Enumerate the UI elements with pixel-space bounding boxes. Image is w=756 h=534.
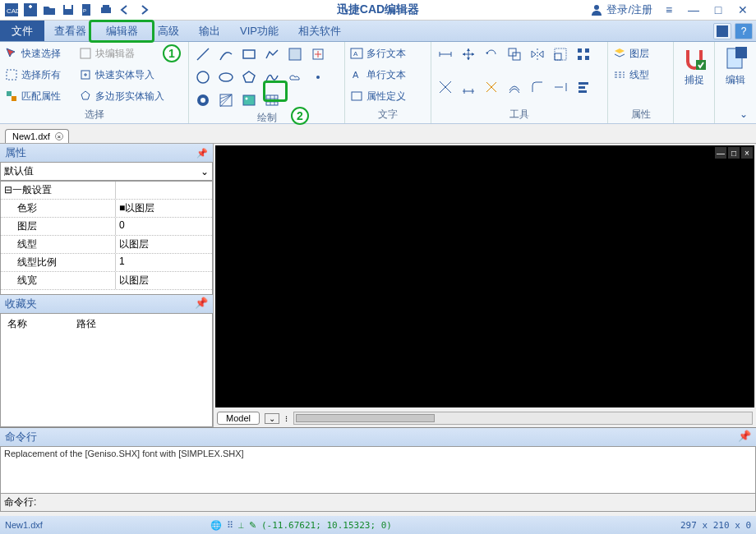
quick-select[interactable]: 快速选择 xyxy=(5,45,79,62)
scale-icon[interactable] xyxy=(551,45,569,63)
layer-btn[interactable]: 图层 xyxy=(613,45,649,62)
line-icon[interactable] xyxy=(194,45,212,63)
insert-icon[interactable] xyxy=(309,45,327,63)
match-props[interactable]: 匹配属性 xyxy=(5,88,79,104)
polygon-icon[interactable] xyxy=(240,68,258,86)
snap-toggle-icon[interactable]: ✎ xyxy=(249,520,256,531)
prop-key: 色彩 xyxy=(1,200,116,217)
circle-icon[interactable] xyxy=(194,68,212,86)
pin-icon[interactable]: 📌 xyxy=(195,297,208,311)
tab-close-icon[interactable]: × xyxy=(55,132,63,140)
canvas-max-icon[interactable]: □ xyxy=(728,147,740,159)
default-value-dropdown[interactable]: 默认值⌄ xyxy=(0,162,213,181)
text[interactable]: A单行文本 xyxy=(350,67,406,83)
quick-entity-import[interactable]: 快速实体导入 xyxy=(79,67,164,83)
save-icon[interactable] xyxy=(60,2,76,18)
region-icon[interactable] xyxy=(286,45,304,63)
tab-vip[interactable]: VIP功能 xyxy=(230,21,288,41)
hatch-icon[interactable] xyxy=(217,91,235,109)
undo-icon[interactable] xyxy=(117,2,133,18)
model-tab[interactable]: Model xyxy=(217,412,260,425)
prop-val[interactable]: 以图层 xyxy=(116,236,212,253)
move-icon[interactable] xyxy=(459,45,477,63)
prop-group[interactable]: ⊟一般设置 xyxy=(1,182,116,199)
dim-icon[interactable] xyxy=(436,45,454,63)
extend-icon[interactable] xyxy=(551,78,569,96)
offset-icon[interactable] xyxy=(505,78,523,96)
cmdline-header: 命令行📌 xyxy=(0,428,756,446)
trim-icon[interactable] xyxy=(436,78,454,96)
tab-editor[interactable]: 编辑器 xyxy=(96,21,148,41)
spline-icon[interactable] xyxy=(263,68,281,86)
cmd-input[interactable] xyxy=(41,497,752,509)
ortho-toggle-icon[interactable]: ⟂ xyxy=(238,520,244,530)
table-icon[interactable] xyxy=(263,91,281,109)
dim2-icon[interactable] xyxy=(459,78,477,96)
menu-file[interactable]: 文件 xyxy=(0,21,44,41)
point-icon[interactable] xyxy=(309,68,327,86)
mirror-icon[interactable] xyxy=(528,45,546,63)
copy-icon[interactable] xyxy=(505,45,523,63)
prop-val[interactable]: 以图层 xyxy=(116,272,212,289)
ribbon-collapse-icon[interactable]: ⌄ xyxy=(740,108,753,122)
block-editor[interactable]: 块编辑器 xyxy=(79,45,164,62)
tab-viewer[interactable]: 查看器 xyxy=(44,21,96,41)
tab-advanced[interactable]: 高级 xyxy=(148,21,189,41)
hscrollbar[interactable] xyxy=(293,412,753,425)
close-icon[interactable]: ✕ xyxy=(735,2,751,18)
ribbon: 快速选择 选择所有 匹配属性 块编辑器 快速实体导入 多边形实体输入 选择 xyxy=(0,42,756,124)
snap-button[interactable]: 捕捉 xyxy=(678,45,711,87)
prop-val[interactable]: ■以图层 xyxy=(116,200,212,217)
new-icon[interactable] xyxy=(22,2,39,18)
ellipse-icon[interactable] xyxy=(217,68,235,86)
cloud-icon[interactable] xyxy=(286,68,304,86)
grid-toggle-icon[interactable]: ⠿ xyxy=(227,520,233,531)
pin-icon[interactable]: 📌 xyxy=(738,430,751,444)
svg-point-11 xyxy=(594,5,599,10)
maximize-icon[interactable]: □ xyxy=(710,2,726,18)
rect-icon[interactable] xyxy=(240,45,258,63)
app-icon[interactable]: CAD xyxy=(3,2,20,18)
linetype-btn[interactable]: 线型 xyxy=(613,67,649,83)
prop-key: 图层 xyxy=(1,218,116,235)
svg-rect-33 xyxy=(352,92,362,100)
canvas-min-icon[interactable]: — xyxy=(715,147,726,159)
doc-tab[interactable]: New1.dxf × xyxy=(5,129,69,143)
drawing-canvas[interactable]: — □ × xyxy=(215,145,754,407)
polygon-entity-input[interactable]: 多边形实体输入 xyxy=(79,88,164,104)
status-coords: (-11.67621; 10.15323; 0) xyxy=(261,520,392,531)
menu-icon[interactable]: ≡ xyxy=(661,2,677,18)
image-icon[interactable] xyxy=(240,91,258,109)
prop-val[interactable]: 1 xyxy=(116,254,212,271)
attr-def[interactable]: 属性定义 xyxy=(350,88,406,104)
statusbar: New1.dxf 🌐 ⠿ ⟂ ✎ (-11.67621; 10.15323; 0… xyxy=(0,516,756,534)
help-icon[interactable]: ? xyxy=(735,23,753,39)
pin-icon[interactable]: 📌 xyxy=(196,148,208,159)
select-all[interactable]: 选择所有 xyxy=(5,67,79,83)
style-icon[interactable] xyxy=(713,23,731,39)
prop-val[interactable]: 0 xyxy=(116,218,212,235)
minimize-icon[interactable]: — xyxy=(685,2,702,18)
mtext[interactable]: A多行文本 xyxy=(350,45,406,62)
open-icon[interactable] xyxy=(41,2,58,18)
tab-output[interactable]: 输出 xyxy=(189,21,230,41)
rotate-icon[interactable] xyxy=(482,45,500,63)
polyline-icon[interactable] xyxy=(263,45,281,63)
tab-related[interactable]: 相关软件 xyxy=(288,21,351,41)
fillet-icon[interactable] xyxy=(528,78,546,96)
cmd-log: Replacement of the [Geniso.SHX] font wit… xyxy=(0,446,756,494)
donut-icon[interactable] xyxy=(194,91,212,109)
canvas-close-icon[interactable]: × xyxy=(741,147,753,159)
explode-icon[interactable] xyxy=(482,78,500,96)
login-button[interactable]: 登录/注册 xyxy=(590,2,652,17)
redo-icon[interactable] xyxy=(136,2,152,18)
svg-point-23 xyxy=(316,76,320,79)
status-icon[interactable]: 🌐 xyxy=(210,520,222,531)
align-icon[interactable] xyxy=(574,78,592,96)
tab-dropdown-icon[interactable]: ⌄ xyxy=(265,413,279,424)
arc-icon[interactable] xyxy=(217,45,235,63)
print-icon[interactable] xyxy=(98,2,114,18)
pdf-icon[interactable]: P xyxy=(79,2,95,18)
edit-button[interactable]: 编辑 xyxy=(719,45,752,87)
array-icon[interactable] xyxy=(574,45,592,63)
